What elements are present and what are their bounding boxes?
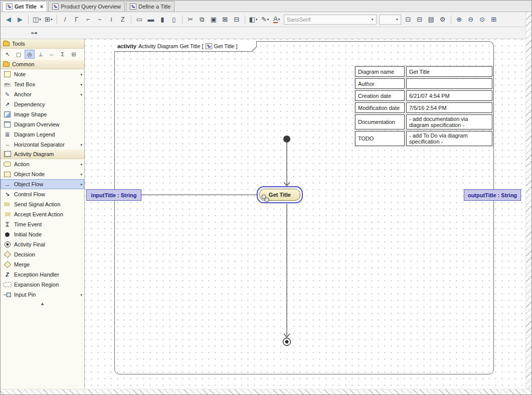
- info-label-cell[interactable]: Modification date: [355, 102, 405, 113]
- pointer-tool[interactable]: ↖: [3, 50, 13, 59]
- group-select-tool[interactable]: ▢: [14, 50, 24, 59]
- containment-button[interactable]: ◫▾: [31, 14, 43, 26]
- zoom-one-to-one-button[interactable]: ⊙: [477, 14, 488, 26]
- output-parameter-node[interactable]: outputTitle : String: [464, 189, 521, 201]
- group-header-activity-diagram[interactable]: Activity Diagram: [1, 150, 84, 159]
- action-get-title[interactable]: Get Title: [259, 189, 300, 201]
- edit-compartments-button[interactable]: ▤: [426, 14, 437, 26]
- autosize-button[interactable]: ▯: [168, 14, 180, 26]
- sidebar-item-initial-node[interactable]: Initial Node: [1, 229, 84, 239]
- info-value-cell[interactable]: [406, 78, 492, 89]
- fit-in-window-button[interactable]: ⊞: [488, 14, 499, 26]
- chevron-down-icon[interactable]: ▾: [80, 173, 82, 176]
- forward-button[interactable]: ▶: [15, 14, 26, 26]
- curved-path-button[interactable]: ~: [94, 14, 105, 26]
- chevron-down-icon[interactable]: ▾: [80, 183, 82, 186]
- chevron-down-icon[interactable]: ▾: [80, 93, 82, 96]
- layout-region-tool[interactable]: ⊟: [69, 50, 79, 59]
- group-header-common[interactable]: Common: [1, 60, 84, 69]
- input-parameter-node[interactable]: inputTitle : String: [86, 189, 141, 201]
- sidebar-item-action[interactable]: Action▾: [1, 159, 84, 169]
- info-label-cell[interactable]: Author: [355, 78, 405, 89]
- info-value-cell[interactable]: Get Title: [406, 66, 492, 77]
- sidebar-item-label: Initial Node: [14, 231, 82, 237]
- zoom-out-button[interactable]: ⊖: [465, 14, 476, 26]
- info-label-cell[interactable]: TODO: [355, 131, 405, 146]
- info-value-cell[interactable]: - add documentation via diagram specific…: [406, 114, 492, 129]
- info-value-cell[interactable]: - add To Do via diagram specification -: [406, 131, 492, 146]
- copy-button[interactable]: ⧉: [197, 14, 208, 26]
- align-tool[interactable]: ⊥: [36, 50, 46, 59]
- tab-get-title[interactable]: Get Title×: [2, 1, 47, 12]
- diagram-canvas[interactable]: activity Activity Diagram Get Title [ Ge…: [85, 39, 531, 394]
- collapse-palette-button[interactable]: ▲: [1, 300, 84, 308]
- tab-define-a-title[interactable]: Define a Title: [126, 1, 174, 12]
- info-value-cell[interactable]: 7/5/16 2:54 PM: [406, 102, 492, 113]
- same-height-button[interactable]: ▬: [145, 14, 156, 26]
- back-button[interactable]: ◀: [3, 14, 14, 26]
- add-diagram-button[interactable]: ⊞▾: [43, 14, 54, 26]
- tab-product-query-overview[interactable]: Product Query Overview: [48, 1, 125, 12]
- zoom-in-button[interactable]: ⊕: [454, 14, 465, 26]
- close-tab-icon[interactable]: ×: [40, 4, 43, 10]
- sidebar-item-dependency[interactable]: Dependency: [1, 99, 84, 109]
- rectilinear-path-button[interactable]: Γ: [71, 14, 82, 26]
- sidebar-item-object-node[interactable]: Object Node▾: [1, 169, 84, 179]
- chevron-down-icon[interactable]: ▾: [80, 83, 82, 86]
- cut-button[interactable]: ✂: [185, 14, 196, 26]
- sidebar-item-note[interactable]: Note▾: [1, 69, 84, 79]
- zigzag-path-button[interactable]: Z: [117, 14, 128, 26]
- same-width-button[interactable]: ▭: [134, 14, 145, 26]
- fill-color-button[interactable]: ◧▾: [248, 14, 259, 26]
- tab-label: Define a Title: [138, 4, 170, 10]
- sidebar-item-merge[interactable]: Merge: [1, 259, 84, 270]
- sidebar-item-diagram-overview[interactable]: Diagram Overview: [1, 119, 84, 129]
- related-elements-button[interactable]: ⊶: [29, 27, 40, 39]
- line-color-button[interactable]: ✎▾: [260, 14, 271, 26]
- sidebar-item-control-flow[interactable]: Control Flow: [1, 189, 84, 199]
- delete-button[interactable]: ⊠: [220, 14, 231, 26]
- chevron-down-icon[interactable]: ▾: [80, 293, 82, 297]
- same-size-button[interactable]: ▮: [157, 14, 168, 26]
- send-to-back-button[interactable]: ⊟: [414, 14, 425, 26]
- info-label-cell[interactable]: Documentation: [355, 114, 405, 129]
- layout-button[interactable]: ⚙: [437, 14, 448, 26]
- spline-path-button[interactable]: ≀: [106, 14, 117, 26]
- rounded-path-button[interactable]: ⌐: [83, 14, 94, 26]
- summary-tool[interactable]: Σ: [58, 50, 68, 59]
- chevron-down-icon[interactable]: ▾: [80, 143, 82, 147]
- sidebar-item-diagram-legend[interactable]: Diagram Legend: [1, 129, 84, 140]
- sidebar-item-send-signal-action[interactable]: Send Signal Action: [1, 199, 84, 209]
- sidebar-item-expansion-region[interactable]: Expansion Region: [1, 280, 84, 290]
- sidebar-item-object-flow[interactable]: Object Flow▾: [1, 179, 84, 189]
- group-title: Common: [12, 61, 35, 67]
- sidebar-item-accept-event-action[interactable]: Accept Event Action: [1, 209, 84, 219]
- diagram-info-table[interactable]: Diagram nameGet TitleAuthorCreation date…: [353, 65, 494, 148]
- font-family-combo[interactable]: SansSerif▾: [284, 15, 377, 25]
- frame-title-tab[interactable]: activity Activity Diagram Get Title [ Ge…: [114, 41, 257, 52]
- sidebar-item-text-box[interactable]: Text Box▾: [1, 79, 84, 89]
- sidebar-item-anchor[interactable]: Anchor▾: [1, 89, 84, 99]
- chevron-down-icon[interactable]: ▾: [80, 73, 82, 76]
- group-header-tools[interactable]: Tools: [1, 39, 84, 49]
- chevron-down-icon[interactable]: ▾: [80, 163, 82, 166]
- paste-button[interactable]: ▣: [208, 14, 219, 26]
- info-label-cell[interactable]: Diagram name: [355, 66, 405, 77]
- sidebar-item-decision[interactable]: Decision: [1, 249, 84, 259]
- oblique-path-button[interactable]: /: [60, 14, 71, 26]
- distribute-tool[interactable]: ⇔: [47, 50, 57, 59]
- sidebar-item-time-event[interactable]: Time Event: [1, 219, 84, 229]
- sidebar-item-input-pin[interactable]: Input Pin▾: [1, 290, 84, 300]
- sidebar-item-image-shape[interactable]: Image Shape: [1, 109, 84, 119]
- info-label-cell[interactable]: Creation date: [355, 90, 405, 101]
- sidebar-item-horizontal-separator[interactable]: Horizontal Separator▾: [1, 140, 84, 150]
- info-value-cell[interactable]: 6/21/07 4:54 PM: [406, 90, 492, 101]
- font-color-button[interactable]: A▾: [271, 14, 282, 26]
- delete-from-diagram-button[interactable]: ⊟: [231, 14, 242, 26]
- bring-to-front-button[interactable]: ⊡: [403, 14, 414, 26]
- sidebar-item-activity-final[interactable]: Activity Final: [1, 239, 84, 249]
- time-event-icon: [3, 221, 12, 228]
- pan-tool[interactable]: ◎: [25, 50, 35, 59]
- sidebar-item-exception-handler[interactable]: Exception Handler: [1, 270, 84, 280]
- font-size-combo[interactable]: ▾: [379, 15, 401, 25]
